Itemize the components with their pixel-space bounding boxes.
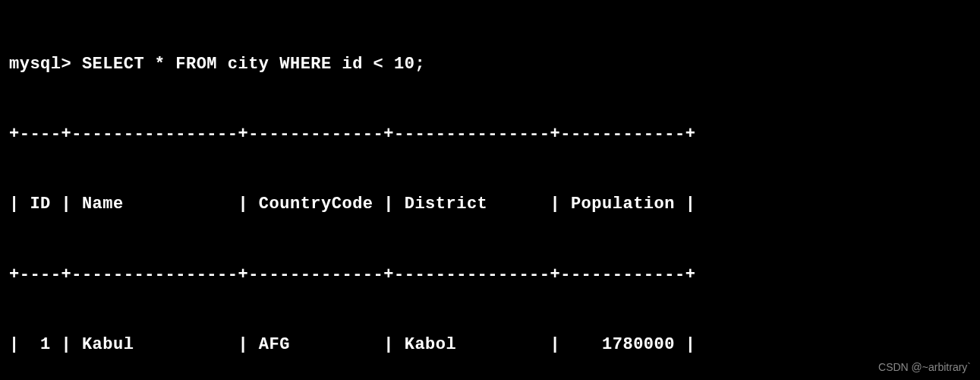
- mysql-prompt: mysql>: [9, 55, 71, 74]
- watermark-text: CSDN @~arbitrary`: [878, 360, 971, 375]
- query-line: mysql> SELECT * FROM city WHERE id < 10;: [9, 53, 971, 77]
- table-header-row: | ID | Name | CountryCode | District | P…: [9, 193, 971, 217]
- mysql-terminal-output: mysql> SELECT * FROM city WHERE id < 10;…: [9, 6, 971, 380]
- table-border-mid: +----+----------------+-------------+---…: [9, 264, 971, 287]
- table-row: | 1 | Kabul | AFG | Kabol | 1780000 |: [9, 334, 971, 357]
- sql-query: SELECT * FROM city WHERE id < 10;: [82, 55, 425, 74]
- table-border-top: +----+----------------+-------------+---…: [9, 123, 971, 147]
